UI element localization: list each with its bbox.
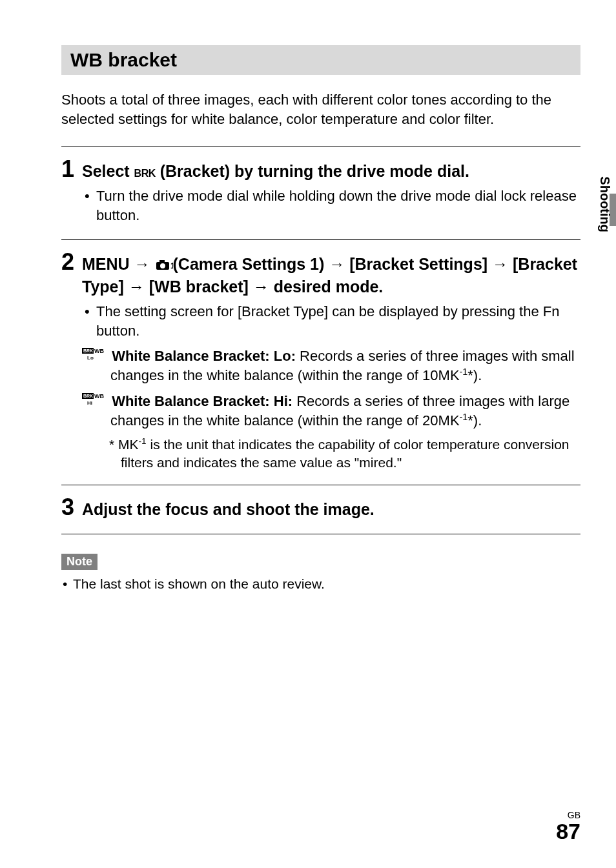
footnote-before: MK xyxy=(114,437,138,452)
footer-page-number: 87 xyxy=(556,819,580,843)
bracket-icon: BRK xyxy=(134,168,156,179)
step-number: 2 xyxy=(61,249,82,275)
section-title: WB bracket xyxy=(70,49,571,71)
step-3: 3 Adjust the focus and shoot the image. xyxy=(61,485,580,534)
footnote-marker: * xyxy=(109,437,114,452)
step-number: 3 xyxy=(61,494,82,520)
option-sup: -1 xyxy=(460,412,468,422)
page-footer: GB 87 xyxy=(556,810,580,842)
camera-settings-1-icon: 1 xyxy=(155,255,173,277)
svg-text:Hi: Hi xyxy=(87,400,92,406)
svg-rect-1 xyxy=(159,260,165,263)
bullet-item: Turn the drive mode dial while holding d… xyxy=(82,187,580,225)
option-text-after: *). xyxy=(467,412,482,429)
brk-wb-lo-icon: BRKWBLo xyxy=(82,347,108,366)
footnote: * MK-1 is the unit that indicates the ca… xyxy=(82,436,580,472)
footnote-sup: -1 xyxy=(139,436,147,446)
option-text-after: *). xyxy=(467,367,482,383)
option-sup: -1 xyxy=(460,367,468,377)
step-title: Adjust the focus and shoot the image. xyxy=(82,499,580,521)
svg-point-2 xyxy=(160,263,165,268)
svg-text:WB: WB xyxy=(94,393,104,399)
note-label: Note xyxy=(61,554,98,570)
brk-wb-hi-icon: BRKWBHi xyxy=(82,392,108,411)
step-bullets: Turn the drive mode dial while holding d… xyxy=(82,187,580,225)
footnote-after: is the unit that indicates the capabilit… xyxy=(121,437,570,470)
step-1: 1 Select BRK (Bracket) by turning the dr… xyxy=(61,146,580,239)
step-title-pre: Select xyxy=(82,162,134,180)
step-title-post: (Bracket) by turning the drive mode dial… xyxy=(156,162,469,180)
step-number: 1 xyxy=(61,156,82,182)
step-title: Select BRK (Bracket) by turning the driv… xyxy=(82,161,580,183)
step-2: 2 MENU → 1 (Camera Settings 1) → [Bracke… xyxy=(61,239,580,485)
svg-text:WB: WB xyxy=(94,348,104,354)
section-header: WB bracket xyxy=(61,45,580,75)
note-list: The last shot is shown on the auto revie… xyxy=(61,575,580,593)
option-lo: BRKWBLo White Balance Bracket: Lo: Recor… xyxy=(82,347,580,385)
option-label: White Balance Bracket: Lo: xyxy=(112,348,296,364)
side-tab: Shooting xyxy=(590,194,616,297)
svg-text:Lo: Lo xyxy=(87,355,94,361)
side-tab-label: Shooting xyxy=(597,176,612,232)
option-hi: BRKWBHi White Balance Bracket: Hi: Recor… xyxy=(82,392,580,430)
step-bullets: The setting screen for [Bracket Type] ca… xyxy=(82,302,580,340)
bullet-item: The setting screen for [Bracket Type] ca… xyxy=(82,302,580,340)
step-title-a: MENU → xyxy=(82,255,155,273)
intro-text: Shoots a total of three images, each wit… xyxy=(61,90,580,128)
svg-text:BRK: BRK xyxy=(83,348,93,353)
note-item: The last shot is shown on the auto revie… xyxy=(61,575,580,593)
step-title: MENU → 1 (Camera Settings 1) → [Bracket … xyxy=(82,254,580,299)
svg-text:BRK: BRK xyxy=(83,394,93,398)
option-label: White Balance Bracket: Hi: xyxy=(112,393,293,409)
